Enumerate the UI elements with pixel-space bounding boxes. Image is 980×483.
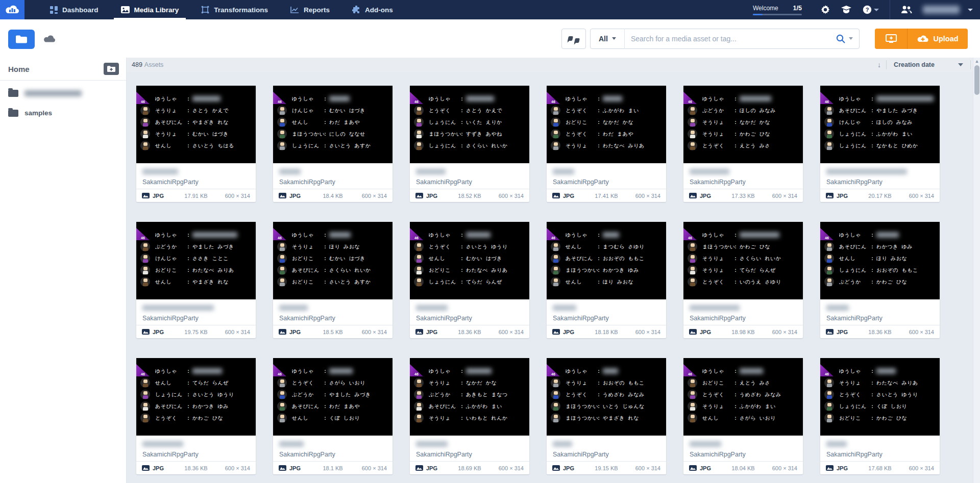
welcome-progress-track [753, 14, 802, 15]
member-name-label: さいとう ちはる [192, 142, 234, 149]
member-name-label: くぼ しおり [876, 403, 907, 410]
member-role-label: ゆうしゃ [155, 368, 186, 375]
asset-filesize: 18.5 KB [273, 329, 393, 335]
badge-number: 46 [688, 236, 692, 240]
training-academy-icon[interactable] [841, 5, 851, 14]
hero-name-redacted [603, 232, 619, 238]
asset-card[interactable]: ゆうしゃ:46ぶどうか:ほしの みなみそうりょ:なかだ かなそうりょ:かわご ひ… [683, 86, 803, 202]
users-icon[interactable] [901, 6, 912, 14]
party-member-row: あそびにん:さくらい れいか [273, 264, 393, 276]
asset-footer: JPG18.18 KB600 × 314 [547, 325, 666, 338]
party-member-row: ゆうしゃ: [820, 365, 940, 377]
asset-card[interactable]: ゆうしゃ:46あそびにん:わかつき ゆみせんし:ほり みおなしょうにん:おおぞの… [820, 222, 940, 338]
asset-card[interactable]: ゆうしゃ:46せんし:まつむら さゆりあそびにん:おおぞの ももこまほうつかい:… [547, 222, 666, 338]
asset-thumbnail: ゆうしゃ:46そうりょ:わたなべ みりあとうぞく:さいとう ゆうりしょうにん:く… [820, 358, 940, 436]
asset-info: SakamichiRpgParty [273, 169, 393, 186]
member-role-label: せんし [429, 255, 459, 262]
hero-name-redacted [740, 368, 763, 374]
cloudinary-logo[interactable] [0, 0, 24, 19]
asset-card[interactable]: ゆうしゃ:46そうりょ:なかだ かなぶどうか:あきもと まなつあそびにん:ふかが… [410, 358, 529, 474]
search-filter-dropdown[interactable]: All [591, 35, 624, 43]
character-sprite-icon [140, 277, 150, 287]
member-name-label: なかもと ひめか [876, 142, 918, 149]
party-member-row: ぶどうか:かわご ひな [820, 276, 940, 288]
member-name-label: おおぞの ももこ [603, 255, 645, 262]
member-role-label: せんし [702, 415, 733, 422]
nav-item-transformations[interactable]: Transformations [190, 0, 279, 19]
member-name-label: かわご ひな [192, 415, 223, 422]
asset-filename-redacted [279, 169, 301, 174]
member-name-label: なかだ かな [603, 119, 633, 126]
party-member-row: せんし:ほり みおな [547, 276, 666, 288]
sort-by-dropdown[interactable]: Creation date [887, 61, 970, 68]
asset-info: SakamichiRpgParty [547, 169, 666, 186]
asset-card[interactable]: ゆうしゃ:46あそびにん:やました みづきけんじゃ:ほしの みなみしょうにん:ふ… [820, 86, 940, 202]
nav-item-media-library[interactable]: Media Library [110, 0, 190, 19]
asset-info: SakamichiRpgParty [547, 441, 666, 458]
party-member-row: とうぞく:えとう みさ [683, 140, 803, 151]
vertical-scrollbar[interactable]: ▲ [973, 58, 980, 483]
hero-name-redacted [329, 368, 353, 374]
dashboard-icon [50, 6, 58, 14]
nav-item-add-ons[interactable]: Add-ons [341, 0, 404, 19]
party-member-row: あそびにん:わだ まあや [273, 400, 393, 412]
asset-card[interactable]: ゆうしゃ:46とうぞく:さがら いおりぶどうか:やました みづきあそびにん:わだ… [273, 358, 393, 474]
asset-card[interactable]: ゆうしゃ:46そうりょ:おおぞの ももことうぞく:うめざわ みなみまほうつかい:… [547, 358, 666, 474]
asset-thumbnail: ゆうしゃ:46そうりょ:なかだ かなぶどうか:あきもと まなつあそびにん:ふかが… [410, 358, 529, 436]
folder-view-button[interactable] [8, 30, 35, 49]
asset-card[interactable]: ゆうしゃ:46おどりこ:えとう みさとうぞく:うめざわ みなみそうりょ:ふかがわ… [683, 358, 803, 474]
character-sprite-icon [140, 106, 150, 115]
member-role-label: とうぞく [429, 243, 459, 250]
welcome-progress-widget[interactable]: Welcome 1/5 [753, 5, 802, 15]
character-sprite-icon [688, 265, 697, 275]
asset-filename-redacted [279, 441, 304, 447]
sort-direction-arrow-icon[interactable]: ↓ [872, 61, 886, 69]
sidebar-folder-item-samples[interactable]: samples [0, 103, 126, 123]
search-options-caret-icon[interactable] [849, 37, 853, 40]
asset-card[interactable]: ゆうしゃ:46そうりょ:わたなべ みりあとうぞく:さいとう ゆうりしょうにん:く… [820, 358, 940, 474]
asset-card[interactable]: ゆうしゃ:46まほうつかい:かわご ひなそうりょ:さくらい れいかそうりょ:てら… [683, 222, 803, 338]
cloud-storage-icon[interactable] [43, 35, 56, 43]
top-navbar: DashboardMedia LibraryTransformationsRep… [0, 0, 980, 19]
nav-item-reports[interactable]: Reports [279, 0, 341, 19]
search-input[interactable] [625, 35, 836, 43]
member-name-label: なかだ かな [466, 379, 497, 387]
settings-gear-icon[interactable] [821, 5, 830, 14]
member-role-label: まほうつかい [566, 415, 596, 422]
sidebar-folder-item[interactable] [0, 84, 126, 103]
primary-nav: DashboardMedia LibraryTransformationsRep… [39, 0, 404, 19]
help-menu[interactable]: ? [863, 5, 879, 14]
account-menu-caret-icon[interactable] [968, 9, 973, 11]
member-name-label: くぼ しおり [329, 415, 360, 422]
nav-item-dashboard[interactable]: Dashboard [39, 0, 110, 19]
advanced-search-button[interactable] [561, 29, 586, 49]
member-role-label: ぶどうか [155, 243, 186, 250]
search-submit-button[interactable] [836, 34, 859, 43]
member-name-label: いくた えりか [466, 119, 502, 126]
member-role-label: とうぞく [702, 278, 733, 286]
member-role-label: まほうつかい [702, 243, 733, 250]
new-folder-button[interactable] [104, 63, 119, 75]
member-role-label: とうぞく [566, 131, 596, 138]
asset-card[interactable]: ゆうしゃ:46けんじゃ:むかい はづきせんし:わだ まあやまほうつかい:にしの … [273, 86, 393, 202]
member-name-label: やました みづき [876, 107, 918, 114]
asset-card[interactable]: ゆうしゃ:46ぶどうか:やました みづきけんじゃ:ささき ことこおどりこ:わたな… [136, 222, 256, 338]
upload-widget-button[interactable] [875, 29, 908, 49]
account-name-redacted[interactable] [923, 6, 960, 14]
folder-name-redacted [24, 90, 82, 96]
asset-card[interactable]: ゆうしゃ:46とうぞく:さいとう ゆうりせんし:むかい はづきおどりこ:わたなべ… [410, 222, 529, 338]
scrollbar-thumb[interactable] [974, 65, 979, 95]
character-sprite-icon [551, 265, 560, 275]
upload-button[interactable]: Upload [908, 29, 968, 49]
asset-card[interactable]: ゆうしゃ:46とうぞく:ふかがわ まいおどりこ:なかだ かなとうぞく:わだ まあ… [547, 86, 666, 202]
asset-tag-label: SakamichiRpgParty [826, 179, 934, 186]
asset-card[interactable]: ゆうしゃ:46せんし:てらだ らんぜしょうにん:さいとう ゆうりあそびにん:わか… [136, 358, 256, 474]
asset-card[interactable]: ゆうしゃ:46そうりょ:ほり みおなおどりこ:むかい はづきあそびにん:さくらい… [273, 222, 393, 338]
asset-card[interactable]: ゆうしゃ:46そうりょ:さとう かえであそびにん:やまざき れなそうりょ:むかい… [136, 86, 256, 202]
folder-name-label: samples [24, 109, 52, 117]
scroll-up-arrow-icon[interactable]: ▲ [974, 59, 979, 64]
asset-card[interactable]: ゆうしゃ:46とうぞく:さとう かえでしょうにん:いくた えりかまほうつかい:す… [410, 86, 529, 202]
party-member-row: とうぞく:うめざわ みなみ [683, 389, 803, 400]
member-role-label: けんじゃ [155, 255, 186, 262]
member-role-label: せんし [155, 278, 186, 286]
